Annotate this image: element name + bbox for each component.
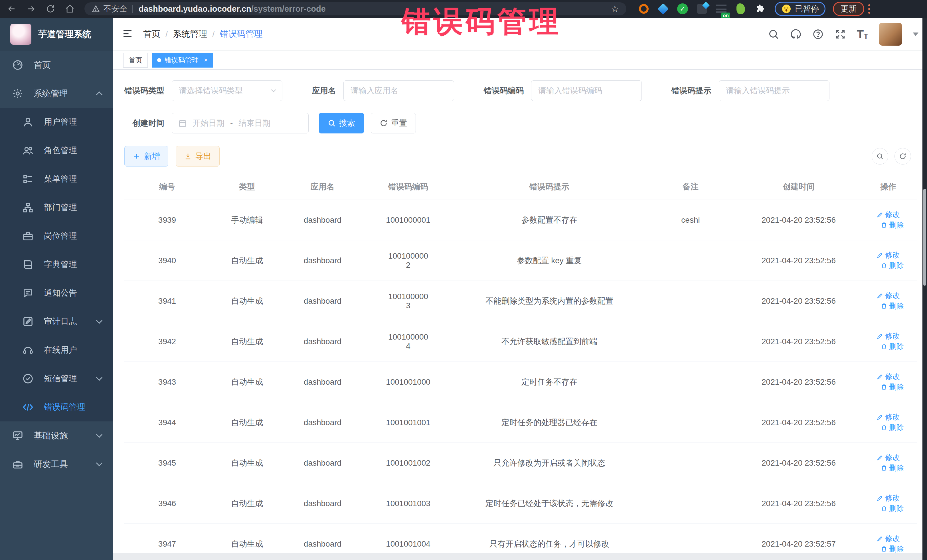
extension-figure-icon[interactable] <box>735 3 747 15</box>
extension-strip: ✓ on <box>638 3 766 15</box>
search-icon[interactable] <box>768 29 779 40</box>
error-type-select[interactable]: 请选择错误码类型 <box>172 80 283 101</box>
sidebar-item-label: 用户管理 <box>44 116 77 128</box>
sidebar-item-label: 在线用户 <box>44 344 77 356</box>
delete-link[interactable]: 删除 <box>880 544 904 554</box>
edit-link[interactable]: 修改 <box>877 291 900 300</box>
date-range-picker[interactable]: 开始日期 - 结束日期 <box>172 113 308 134</box>
cell-app: dashboard <box>284 483 361 524</box>
delete-link[interactable]: 删除 <box>880 301 904 311</box>
pencil-icon <box>877 211 883 218</box>
show-search-button[interactable] <box>872 148 888 164</box>
browser-scrollbar[interactable] <box>922 18 927 560</box>
avatar[interactable] <box>879 23 902 46</box>
delete-link[interactable]: 删除 <box>880 463 904 473</box>
cell-remark <box>643 443 738 483</box>
error-hint-input[interactable] <box>719 80 830 101</box>
sidebar-item-audit[interactable]: 审计日志 <box>0 307 113 336</box>
edit-link[interactable]: 修改 <box>877 372 900 381</box>
chrome-update-button[interactable]: 更新 <box>833 2 864 16</box>
delete-link[interactable]: 删除 <box>880 341 904 352</box>
table-row: 3945 自动生成 dashboard 1001001002 只允许修改为开启或… <box>125 443 917 483</box>
edit-link[interactable]: 修改 <box>877 493 900 503</box>
delete-link[interactable]: 删除 <box>880 220 904 230</box>
cell-ops: 修改 删除 <box>860 402 917 443</box>
extensions-puzzle-icon[interactable] <box>754 3 766 15</box>
sidebar-item-errcode[interactable]: 错误码管理 <box>0 393 113 422</box>
tag-errcode[interactable]: 错误码管理 × <box>152 53 213 68</box>
cell-code: 1001001003 <box>361 483 455 524</box>
tag-close-icon[interactable]: × <box>204 56 208 64</box>
sidebar-item-system[interactable]: 系统管理 <box>0 79 113 108</box>
chrome-menu-icon[interactable] <box>868 4 870 14</box>
edit-link[interactable]: 修改 <box>877 331 900 341</box>
extension-check-icon[interactable]: ✓ <box>676 3 688 15</box>
sidebar-item-online[interactable]: 在线用户 <box>0 336 113 364</box>
hamburger-icon[interactable] <box>122 28 134 41</box>
sidebar-item-infra[interactable]: 基础设施 <box>0 422 113 450</box>
extension-orange-icon[interactable] <box>638 3 650 15</box>
reset-button[interactable]: 重置 <box>371 113 416 134</box>
fullscreen-icon[interactable] <box>834 29 846 40</box>
edit-link[interactable]: 修改 <box>877 250 900 260</box>
filter-time-label: 创建时间 <box>132 118 164 129</box>
sidebar-item-menus[interactable]: 菜单管理 <box>0 165 113 193</box>
sidebar-item-notices[interactable]: 通知公告 <box>0 279 113 307</box>
sidebar-item-devtools[interactable]: 研发工具 <box>0 450 113 478</box>
sidebar-item-dicts[interactable]: 字典管理 <box>0 250 113 279</box>
sidebar-item-depts[interactable]: 部门管理 <box>0 193 113 222</box>
logo-row: 芋道管理系统 <box>0 18 113 51</box>
refresh-table-button[interactable] <box>895 148 911 164</box>
delete-link[interactable]: 删除 <box>880 423 904 433</box>
edit-link[interactable]: 修改 <box>877 452 900 463</box>
search-button[interactable]: 搜索 <box>319 113 364 134</box>
cell-app: dashboard <box>284 281 361 321</box>
caret-down-icon[interactable] <box>913 32 918 36</box>
error-code-input[interactable] <box>531 80 642 101</box>
tag-home[interactable]: 首页 <box>123 53 148 68</box>
edit-link[interactable]: 修改 <box>877 533 900 543</box>
breadcrumb-section[interactable]: 系统管理 <box>173 28 207 40</box>
trash-icon <box>880 545 887 552</box>
sidebar-item-sms[interactable]: 短信管理 <box>0 364 113 393</box>
delete-link[interactable]: 删除 <box>880 261 904 270</box>
sidebar-item-posts[interactable]: 岗位管理 <box>0 222 113 250</box>
edit-link[interactable]: 修改 <box>877 209 900 220</box>
add-button[interactable]: 新增 <box>125 146 168 167</box>
back-icon[interactable] <box>4 1 20 17</box>
cell-code: 1001001002 <box>361 443 455 483</box>
cell-remark <box>643 402 738 443</box>
sidebar-item-roles[interactable]: 角色管理 <box>0 136 113 165</box>
extension-grid-icon[interactable] <box>696 3 708 15</box>
bookmark-star-icon[interactable]: ☆ <box>611 3 619 14</box>
cell-code: 100100000 4 <box>361 321 455 362</box>
delete-link[interactable]: 删除 <box>880 382 904 392</box>
breadcrumb-separator: / <box>166 29 168 39</box>
select-placeholder: 请选择错误码类型 <box>179 85 243 96</box>
delete-link[interactable]: 删除 <box>880 504 904 513</box>
cell-hint: 参数配置 key 重复 <box>455 240 643 281</box>
extension-script-icon[interactable]: on <box>715 3 727 15</box>
app-name-input[interactable] <box>343 80 454 101</box>
edit-link[interactable]: 修改 <box>877 412 900 422</box>
sidebar-item-home[interactable]: 首页 <box>0 51 113 79</box>
question-icon[interactable] <box>812 29 824 40</box>
cell-remark: ceshi <box>643 200 738 240</box>
cell-remark <box>643 483 738 524</box>
logo-image <box>10 24 31 45</box>
github-icon[interactable] <box>790 29 801 40</box>
gear-icon <box>12 88 23 99</box>
tag-dot <box>157 58 161 62</box>
home-icon[interactable] <box>62 1 78 17</box>
profile-paused-pill[interactable]: 已暂停 <box>775 2 825 16</box>
forward-icon[interactable] <box>23 1 39 17</box>
reload-icon[interactable] <box>43 1 58 17</box>
sidebar-item-users[interactable]: 用户管理 <box>0 108 113 136</box>
font-size-icon[interactable]: TT <box>857 29 868 40</box>
extension-gem-icon[interactable] <box>657 3 669 15</box>
scrollbar-thumb[interactable] <box>923 189 926 286</box>
monitor-icon <box>12 430 23 442</box>
breadcrumb-home[interactable]: 首页 <box>143 28 160 40</box>
cell-hint: 不允许获取敏感配置到前端 <box>455 321 643 362</box>
export-button[interactable]: 导出 <box>176 146 220 167</box>
